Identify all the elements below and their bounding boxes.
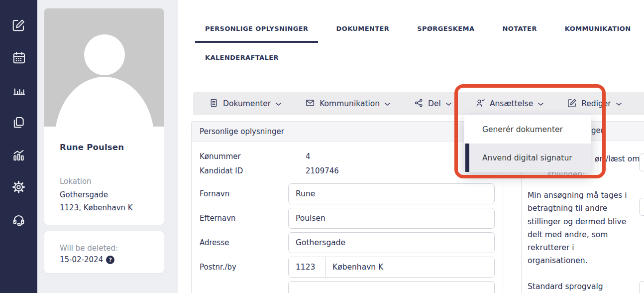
person-check-icon bbox=[475, 98, 485, 110]
calendar-icon[interactable] bbox=[12, 50, 26, 64]
chevron-down-icon bbox=[276, 99, 281, 108]
question-text-fragment-line1: ørt/læst om bbox=[595, 154, 640, 163]
tab-personlige-oplysninger[interactable]: PERSONLIGE OPLYSNINGER bbox=[195, 23, 318, 43]
chevron-down-icon bbox=[538, 99, 543, 108]
dokumenter-dropdown-button[interactable]: Dokumenter bbox=[209, 98, 281, 110]
kandidat-id-label: Kandidat ID bbox=[200, 166, 288, 175]
document-icon bbox=[209, 98, 218, 110]
rediger-label: Rediger bbox=[581, 99, 611, 108]
headset-icon[interactable] bbox=[12, 212, 26, 226]
standard-language-label: Standard sprogvalg bbox=[528, 282, 603, 291]
consent-input[interactable] bbox=[639, 198, 644, 216]
adresse-label: Adresse bbox=[200, 238, 288, 247]
tab-spoergeskema[interactable]: SPØRGESKEMA bbox=[407, 23, 484, 43]
ansaettelse-label: Ansættelse bbox=[490, 99, 533, 108]
fornavn-label: Fornavn bbox=[200, 189, 288, 198]
kandidat-id-value: 2109746 bbox=[288, 166, 339, 175]
personal-info-card: Personlige oplysninger Kønummer 4 Kandid… bbox=[191, 121, 503, 293]
address-street: Gothersgade bbox=[60, 188, 164, 202]
share-icon bbox=[414, 98, 424, 110]
deletion-label: Will be deleted: bbox=[60, 243, 164, 254]
settings-icon[interactable] bbox=[12, 180, 26, 194]
postnr-input[interactable] bbox=[289, 257, 325, 277]
right-panel-header-fragment: ger bbox=[591, 126, 604, 135]
action-toolbar: Dokumenter Kommunikation Del Ansættelse … bbox=[193, 92, 644, 115]
postal-input-group bbox=[288, 257, 495, 278]
envelope-icon bbox=[305, 98, 315, 110]
consent-text: Min ansøgning må tages i betragtning til… bbox=[528, 189, 644, 268]
ansaettelse-dropdown-button[interactable]: Ansættelse bbox=[475, 98, 543, 110]
efternavn-label: Efternavn bbox=[200, 214, 288, 223]
tab-dokumenter[interactable]: DOKUMENTER bbox=[326, 23, 399, 43]
dokumenter-label: Dokumenter bbox=[223, 99, 271, 108]
del-label: Del bbox=[428, 99, 441, 108]
postnr-by-label: Postnr./by bbox=[200, 263, 288, 272]
edit-icon[interactable] bbox=[12, 18, 26, 32]
deletion-notice-card: Will be deleted: 15-02-2024 ? bbox=[44, 231, 164, 274]
menu-item-generer-dokumenter[interactable]: Generér dokumenter bbox=[464, 115, 591, 144]
tab-kalenderaftaler[interactable]: KALENDERAFTALER bbox=[195, 52, 289, 72]
analytics-icon[interactable] bbox=[12, 147, 26, 161]
question-input[interactable] bbox=[639, 153, 644, 171]
menu-item-anvend-digital-signatur[interactable]: Anvend digital signatur bbox=[464, 144, 591, 172]
chevron-down-icon bbox=[446, 99, 451, 108]
deletion-date: 15-02-2024 bbox=[60, 254, 103, 266]
help-icon[interactable]: ? bbox=[106, 256, 114, 264]
candidate-name: Rune Poulsen bbox=[60, 143, 164, 152]
personal-info-header: Personlige oplysninger bbox=[192, 122, 503, 142]
copy-icon[interactable] bbox=[12, 115, 26, 129]
tab-kommunikation[interactable]: KOMMUNIKATION bbox=[555, 23, 641, 43]
chevron-down-icon bbox=[385, 99, 390, 108]
language-select[interactable] bbox=[639, 281, 644, 293]
edit-icon bbox=[567, 98, 577, 110]
app-window: Rune Poulsen Lokation Gothersgade 1123, … bbox=[0, 0, 644, 293]
address-city: 1123, København K bbox=[60, 201, 164, 215]
ansaettelse-dropdown-menu: Generér dokumenter Anvend digital signat… bbox=[464, 115, 591, 172]
by-input[interactable] bbox=[325, 257, 494, 277]
candidate-profile-card: Rune Poulsen Lokation Gothersgade 1123, … bbox=[44, 8, 164, 225]
menu-item-label: Anvend digital signatur bbox=[482, 153, 572, 162]
menu-highlight-bar bbox=[465, 144, 469, 172]
tab-notater[interactable]: NOTATER bbox=[492, 23, 546, 43]
koenummer-value: 4 bbox=[288, 152, 311, 161]
bar-chart-icon[interactable] bbox=[12, 83, 26, 97]
chevron-down-icon bbox=[616, 99, 622, 108]
koenummer-label: Kønummer bbox=[200, 152, 288, 161]
kommunikation-dropdown-button[interactable]: Kommunikation bbox=[305, 98, 390, 110]
kommunikation-label: Kommunikation bbox=[320, 99, 380, 108]
tab-bar: PERSONLIGE OPLYSNINGER DOKUMENTER SPØRGE… bbox=[195, 23, 644, 43]
avatar bbox=[44, 8, 164, 127]
fornavn-input[interactable] bbox=[288, 183, 495, 204]
del-dropdown-button[interactable]: Del bbox=[414, 98, 451, 110]
next-field-input[interactable] bbox=[288, 281, 495, 293]
rediger-dropdown-button[interactable]: Rediger bbox=[567, 98, 622, 110]
adresse-input[interactable] bbox=[288, 232, 495, 253]
efternavn-input[interactable] bbox=[288, 208, 495, 229]
tab-bar-row2: KALENDERAFTALER bbox=[195, 52, 297, 72]
location-label: Lokation bbox=[60, 175, 164, 188]
sidebar bbox=[0, 0, 37, 293]
